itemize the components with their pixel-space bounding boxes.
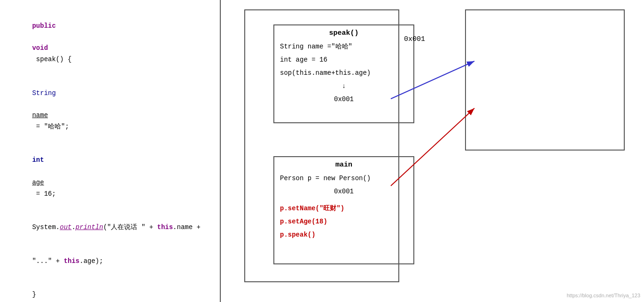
var-name: name — [32, 111, 48, 119]
speak-line2: int age = 16 — [280, 53, 408, 66]
keyword-this2: this — [64, 257, 80, 265]
main-line4: p.setAge(18) — [280, 215, 408, 228]
main-line1: Person p = new Person() — [280, 172, 408, 185]
speak-arrow: ↓ — [280, 79, 408, 93]
main-line3: p.setName("旺财") — [280, 202, 408, 215]
keyword-this: this — [157, 223, 173, 231]
code-text-2: = "哈哈"; — [32, 123, 69, 130]
code-line-1: public void speak() { — [8, 9, 211, 77]
speak-address: 0x001 — [280, 93, 408, 106]
keyword-string: String — [32, 89, 55, 97]
main-address: 0x001 — [280, 185, 408, 198]
code-line-6: } — [8, 278, 211, 302]
heap-outer: new Person() String name = 旺财 int age = … — [465, 9, 625, 151]
space2 — [32, 100, 40, 108]
code-line-2: String name = "哈哈"; — [8, 77, 211, 144]
main-speak: p.speak() — [280, 231, 316, 238]
var-age: age — [32, 179, 44, 186]
keyword-out: out — [60, 223, 71, 231]
space — [32, 33, 36, 41]
keyword-public: public — [32, 22, 55, 30]
right-panel: speak() String name ="哈哈" int age = 16 s… — [221, 0, 644, 302]
code-text-3: = 16; — [32, 190, 55, 198]
watermark: https://blog.csdn.net/Thriya_123 — [566, 293, 640, 298]
dot-name: .name + — [173, 223, 201, 231]
dot-age: .age); — [79, 257, 103, 265]
left-panel: public void speak() { String name = "哈哈"… — [0, 0, 221, 302]
speak-title: speak() — [280, 29, 408, 37]
main-line5: p.speak() — [280, 228, 408, 241]
code-line-3: int age = 16; — [8, 144, 211, 211]
code-line-5: "..." + this.age); — [8, 245, 211, 278]
main-box: main Person p = new Person() 0x001 p.set… — [273, 156, 414, 264]
speak-line1: String name ="哈哈" — [280, 40, 408, 53]
speak-box: speak() String name ="哈哈" int age = 16 s… — [273, 24, 414, 123]
system-text: System. — [32, 223, 60, 231]
main-title: main — [280, 161, 408, 169]
code-block: public void speak() { String name = "哈哈"… — [8, 9, 211, 302]
keyword-println: println — [76, 223, 103, 231]
code-line-4: System.out.println("人在说话 " + this.name + — [8, 211, 211, 244]
space3 — [32, 167, 36, 175]
code-text-5: "..." + — [32, 257, 63, 265]
keyword-int: int — [32, 156, 44, 164]
code-text: speak() { — [32, 56, 71, 63]
main-setname: p.setName("旺财") — [280, 205, 344, 212]
address-label: 0x001 — [404, 35, 425, 43]
stack-frame: speak() String name ="哈哈" int age = 16 s… — [244, 9, 399, 282]
dot-println: . — [71, 223, 75, 231]
closing-brace: } — [32, 291, 36, 298]
speak-line3: sop(this.name+this.age) — [280, 66, 408, 79]
keyword-void: void — [32, 44, 48, 52]
paren-open: ("人在说话 " + — [103, 223, 157, 231]
main-setage: p.setAge(18) — [280, 218, 327, 225]
